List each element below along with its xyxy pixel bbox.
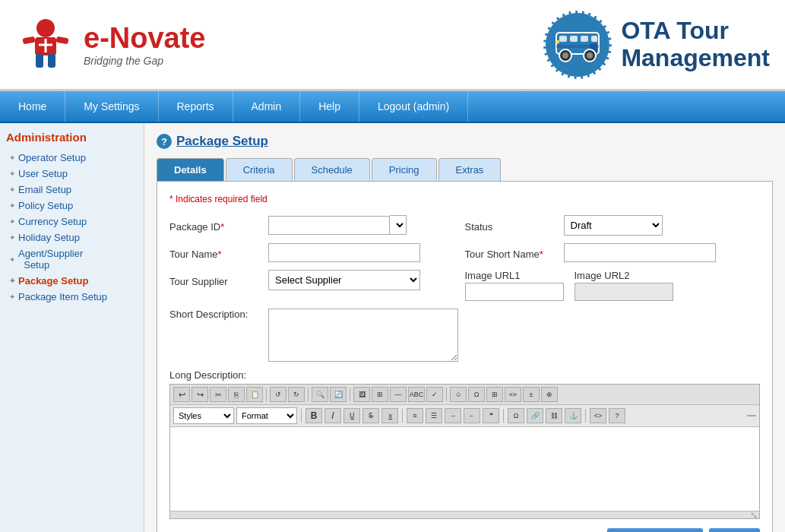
tb-indent[interactable]: → — [445, 408, 461, 423]
resize-icon: ⤡ — [750, 510, 758, 521]
tb-special4[interactable]: ± — [523, 387, 540, 402]
sidebar-item-policy-setup[interactable]: ✦ Policy Setup — [6, 198, 138, 214]
tb-bold[interactable]: B — [305, 408, 322, 423]
tb-smileys[interactable]: ☺ — [450, 387, 467, 402]
tab-extras[interactable]: Extras — [438, 158, 502, 181]
tab-schedule[interactable]: Schedule — [294, 158, 370, 181]
form-row-tourname: Tour Name* Tour Short Name* — [169, 243, 760, 262]
tb-strikethrough[interactable]: S̶ — [362, 408, 379, 423]
status-select[interactable]: Draft Active Inactive Archived — [564, 215, 663, 236]
format-select[interactable]: Format — [236, 407, 297, 424]
page-title: Package Setup — [176, 134, 268, 149]
tb-redo[interactable]: ↪ — [192, 387, 208, 402]
tb-undo[interactable]: ↩ — [173, 387, 190, 402]
tb-cut[interactable]: ✂ — [210, 387, 226, 402]
long-desc-label: Long Description: — [169, 369, 760, 381]
sidebar-item-currency-setup[interactable]: ✦ Currency Setup — [6, 214, 138, 230]
sidebar-item-email-setup[interactable]: ✦ Email Setup — [6, 182, 138, 198]
tab-details[interactable]: Details — [157, 158, 224, 181]
tb-italic[interactable]: I — [324, 408, 341, 423]
nav-admin[interactable]: Admin — [233, 91, 301, 122]
tb-sep2 — [308, 388, 309, 401]
logo-left: e-Novate Bridging the Gap — [15, 14, 206, 75]
image-url1-input[interactable] — [465, 283, 564, 301]
nav-my-settings[interactable]: My Settings — [65, 91, 158, 122]
bullet-icon: ✦ — [9, 255, 15, 264]
ota-text: OTA Tour Management — [621, 17, 770, 71]
tb-link[interactable]: 🔗 — [527, 408, 543, 423]
short-desc-textarea[interactable] — [268, 309, 458, 362]
form-row-supplier: Tour Supplier Select Supplier Supplier A… — [169, 270, 760, 301]
bullet-icon: ✦ — [9, 217, 15, 226]
tour-name-input[interactable] — [268, 243, 420, 262]
tb-charmap2[interactable]: Ω — [508, 408, 524, 423]
tb-undo2[interactable]: ↺ — [270, 387, 286, 402]
tb-anchor[interactable]: ⚓ — [565, 408, 581, 423]
svg-rect-3 — [55, 36, 68, 44]
form-panel: * Indicates required field Package ID* S… — [157, 181, 773, 532]
sidebar-item-package-item-setup[interactable]: ✦ Package Item Setup — [6, 289, 138, 305]
nav-help[interactable]: Help — [300, 91, 359, 122]
tb-table[interactable]: ⊞ — [372, 387, 388, 402]
header: e-Novate Bridging the Gap — [0, 0, 785, 91]
page-title-bar: ? Package Setup — [157, 134, 773, 149]
editor-resize-handle[interactable]: ⤡ — [170, 511, 759, 518]
tb-spell[interactable]: ABC — [408, 387, 425, 402]
content: ? Package Setup Details Criteria Schedul… — [144, 123, 785, 532]
editor-scrollbar[interactable] — [747, 415, 756, 416]
sidebar-item-agent-supplier-setup[interactable]: ✦ Agent/Supplier Setup — [6, 245, 138, 273]
tb-special3[interactable]: «» — [505, 387, 521, 402]
tb-special2[interactable]: ⊞ — [486, 387, 503, 402]
tb-replace[interactable]: 🔄 — [330, 387, 347, 402]
col-left-tourname: Tour Name* — [169, 243, 465, 262]
tb-special5[interactable]: ⊗ — [541, 387, 558, 402]
nav-reports[interactable]: Reports — [159, 91, 233, 122]
tb-copy[interactable]: ⎘ — [228, 387, 245, 402]
tour-short-name-input[interactable] — [564, 243, 716, 262]
svg-rect-12 — [591, 36, 597, 42]
tab-criteria[interactable]: Criteria — [226, 158, 293, 181]
tb-ul[interactable]: ☰ — [426, 408, 442, 423]
tb-redo2[interactable]: ↻ — [288, 387, 305, 402]
package-id-dropdown[interactable] — [390, 215, 407, 235]
tb-image[interactable]: 🖼 — [353, 387, 370, 402]
tb-outdent[interactable]: ← — [464, 408, 480, 423]
nav-home[interactable]: Home — [0, 91, 65, 122]
editor-area[interactable] — [170, 427, 759, 511]
list-button[interactable]: List — [709, 528, 760, 532]
tour-name-label: Tour Name* — [169, 245, 268, 260]
tb-find[interactable]: 🔍 — [312, 387, 328, 402]
bus-icon — [553, 25, 602, 65]
bullet-icon: ✦ — [9, 201, 15, 210]
image-url2-label: Image URL2 — [575, 270, 673, 281]
tab-pricing[interactable]: Pricing — [372, 158, 437, 181]
package-id-input[interactable] — [268, 216, 390, 235]
col-right-tourshortname: Tour Short Name* — [465, 243, 761, 262]
tb-source[interactable]: <> — [590, 408, 606, 423]
image-url2-input[interactable] — [575, 283, 673, 301]
sidebar-item-package-setup[interactable]: ✦ Package Setup — [6, 273, 138, 289]
tb-paste[interactable]: 📋 — [246, 387, 263, 402]
tb-bold2[interactable]: ✓ — [426, 387, 443, 402]
tour-supplier-label: Tour Supplier — [169, 273, 268, 287]
required-note: * Indicates required field — [169, 194, 760, 204]
sidebar-item-holiday-setup[interactable]: ✦ Holiday Setup — [6, 230, 138, 245]
tb-sep6 — [402, 409, 403, 423]
tb-hline[interactable]: — — [390, 387, 407, 402]
supplier-select[interactable]: Select Supplier Supplier A Supplier B Su… — [268, 270, 420, 290]
sidebar-item-operator-setup[interactable]: ✦ Operator Setup — [6, 150, 138, 166]
help-icon[interactable]: ? — [157, 134, 172, 149]
tb-ol[interactable]: ≡ — [407, 408, 423, 423]
required-asterisk: * — [169, 194, 173, 204]
svg-rect-5 — [48, 54, 55, 68]
sidebar-item-user-setup[interactable]: ✦ User Setup — [6, 166, 138, 182]
tb-unlink[interactable]: ⛓ — [546, 408, 562, 423]
nav-logout[interactable]: Logout (admin) — [359, 91, 468, 122]
tb-blockquote[interactable]: ❝ — [483, 408, 499, 423]
tb-sub[interactable]: x̲ — [381, 408, 398, 423]
styles-select[interactable]: Styles — [173, 407, 234, 424]
add-package-button[interactable]: Add Package — [607, 528, 703, 532]
tb-special1[interactable]: Ω — [468, 387, 485, 402]
tb-underline[interactable]: U̲ — [343, 408, 360, 423]
tb-help[interactable]: ? — [609, 408, 625, 423]
